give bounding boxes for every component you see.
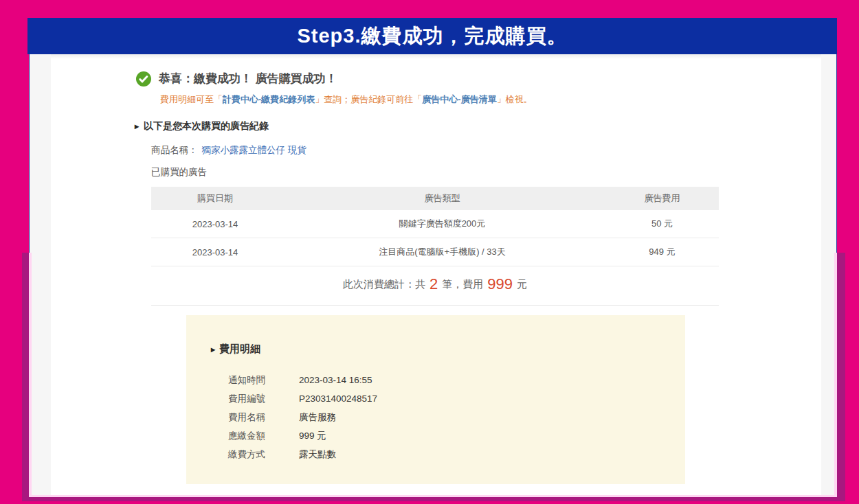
fee-detail-rows: 通知時間 2023-03-14 16:55 費用編號 P230314002485… <box>228 371 685 463</box>
fee-detail-row: 費用名稱 廣告服務 <box>228 408 685 426</box>
product-line: 商品名稱：獨家小露露立體公仔 現貨 <box>151 144 753 157</box>
cell-ad-type: 關鍵字廣告額度200元 <box>279 218 605 230</box>
step-header-bar: Step3.繳費成功，完成購買。 <box>27 18 837 54</box>
record-section-title: ▸ 以下是您本次購買的廣告紀錄 <box>135 120 753 133</box>
page-title: Step3.繳費成功，完成購買。 <box>297 23 567 50</box>
cell-ad-fee: 949 元 <box>605 246 719 258</box>
total-count: 2 <box>430 275 438 293</box>
fee-detail-row: 應繳金額 999 元 <box>228 426 685 445</box>
note-text: 」查詢；廣告紀錄可前往「 <box>315 94 422 104</box>
success-note: 費用明細可至「計費中心-繳費紀錄列表」查詢；廣告紀錄可前往「廣告中心-廣告清單」… <box>160 93 533 106</box>
total-amount: 999 <box>487 275 513 293</box>
table-header-row: 購買日期 廣告類型 廣告費用 <box>151 187 719 210</box>
cell-ad-type: 注目商品(電腦版+手機版) / 33天 <box>279 246 605 258</box>
note-text: 費用明細可至「 <box>160 94 223 104</box>
success-block: 恭喜：繳費成功！ 廣告購買成功！ 費用明細可至「計費中心-繳費紀錄列表」查詢；廣… <box>136 71 533 106</box>
fee-detail-title: ▸ 費用明細 <box>211 343 685 356</box>
purchase-record-block: ▸ 以下是您本次購買的廣告紀錄 商品名稱：獨家小露露立體公仔 現貨 已購買的廣告… <box>135 120 753 306</box>
fee-detail-box: ▸ 費用明細 通知時間 2023-03-14 16:55 費用編號 P23031… <box>186 315 685 484</box>
purchased-ads-table: 購買日期 廣告類型 廣告費用 2023-03-14 關鍵字廣告額度200元 50… <box>151 187 719 266</box>
caret-icon: ▸ <box>135 122 139 130</box>
decor-glow-pink-left <box>29 253 32 495</box>
cell-purchase-date: 2023-03-14 <box>151 219 279 229</box>
total-middle: 筆，費用 <box>442 278 483 290</box>
success-check-icon <box>136 71 151 87</box>
total-prefix: 此次消費總計：共 <box>343 278 425 290</box>
fee-detail-row: 費用編號 P23031400248517 <box>228 389 685 408</box>
cell-ad-fee: 50 元 <box>605 218 719 230</box>
purchased-ads-label: 已購買的廣告 <box>151 166 753 179</box>
total-suffix: 元 <box>517 278 527 290</box>
fee-detail-row: 繳費方式 露天點數 <box>228 445 685 463</box>
fee-detail-label: 費用明細 <box>219 343 260 356</box>
content-panel: 恭喜：繳費成功！ 廣告購買成功！ 費用明細可至「計費中心-繳費紀錄列表」查詢；廣… <box>51 54 821 495</box>
column-header-fee: 廣告費用 <box>605 192 719 205</box>
ad-list-link[interactable]: 廣告中心-廣告清單 <box>422 94 496 104</box>
column-header-date: 購買日期 <box>151 192 279 205</box>
table-row: 2023-03-14 注目商品(電腦版+手機版) / 33天 949 元 <box>151 238 719 266</box>
total-summary: 此次消費總計：共2筆，費用999元 <box>151 266 719 306</box>
table-row: 2023-03-14 關鍵字廣告額度200元 50 元 <box>151 210 719 238</box>
success-heading: 恭喜：繳費成功！ 廣告購買成功！ <box>159 71 337 87</box>
decor-glow-purple-left <box>22 253 29 501</box>
caret-icon: ▸ <box>211 345 215 354</box>
product-link[interactable]: 獨家小露露立體公仔 現貨 <box>202 145 306 155</box>
product-label: 商品名稱： <box>151 145 198 155</box>
column-header-type: 廣告類型 <box>279 192 605 205</box>
cell-purchase-date: 2023-03-14 <box>151 247 279 257</box>
record-section-label: 以下是您本次購買的廣告紀錄 <box>144 120 269 133</box>
decor-glow-purple-right <box>837 253 845 501</box>
note-text: 」檢視。 <box>497 94 533 104</box>
page: Step3.繳費成功，完成購買。 恭喜：繳費成功！ 廣告購買成功！ 費用明細可至… <box>0 0 859 504</box>
decor-glow-purple-bottom <box>22 497 845 501</box>
fee-detail-row: 通知時間 2023-03-14 16:55 <box>228 371 685 389</box>
billing-records-link[interactable]: 計費中心-繳費紀錄列表 <box>223 94 315 104</box>
